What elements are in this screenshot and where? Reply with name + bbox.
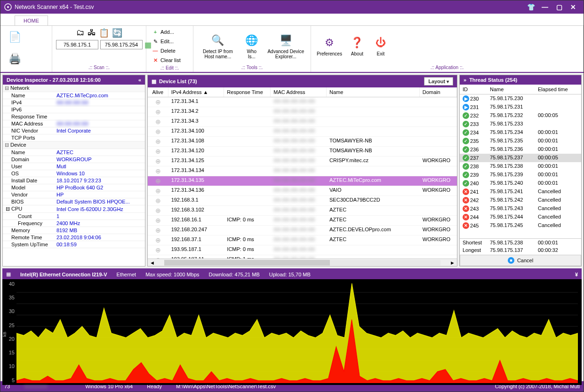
device-row[interactable]: ⊕ 172.31.34.100 XX-XX-XX-XX-XX xyxy=(148,127,457,137)
device-row[interactable]: ⊕ 172.31.34.2 XX-XX-XX-XX-XX xyxy=(148,107,457,117)
thread-row[interactable]: ✓232 75.98.175.232 00:00:05 xyxy=(460,111,581,120)
tab-bar: HOME xyxy=(0,14,584,26)
thread-row[interactable]: ✓234 75.98.175.234 00:00:01 xyxy=(460,128,581,137)
adv-explorer-button[interactable]: 🖥️Advanced Device Explorer... xyxy=(265,31,307,61)
device-row[interactable]: ⊕ 172.31.34.135 XX-XX-XX-XX-XX AZTEC.MiT… xyxy=(148,176,457,186)
main-content: Device Inspector - 27.03.2018 12:16:00 «… xyxy=(0,73,584,268)
shirt-icon[interactable]: 👕 xyxy=(524,2,537,12)
maximize-button[interactable]: ▢ xyxy=(552,2,566,12)
device-row[interactable]: ⊕ 172.31.34.3 XX-XX-XX-XX-XX xyxy=(148,117,457,127)
col-domain[interactable]: Domain xyxy=(420,87,457,97)
prop-key: User xyxy=(3,163,55,170)
device-row[interactable]: ⊕ 172.31.34.108 XX-XX-XX-XX-XX TOMSAWYER… xyxy=(148,137,457,147)
close-button[interactable]: ✕ xyxy=(567,2,580,12)
about-button[interactable]: ❓About xyxy=(347,33,368,58)
print-button[interactable]: 🖨️ xyxy=(4,49,25,68)
prop-key: Memory xyxy=(3,227,55,234)
col-name[interactable]: Name xyxy=(327,87,420,97)
col-thread-time[interactable]: Elapsed time xyxy=(535,85,573,94)
minimize-button[interactable]: — xyxy=(538,2,552,12)
device-row[interactable]: ⊕ 172.31.34.125 XX-XX-XX-XX-XX CRISPY.mi… xyxy=(148,157,457,166)
file-new-icon: 📄 xyxy=(7,30,22,45)
thread-list-body[interactable]: ▶230 75.98.175.230 ▶231 75.98.175.231 ✓2… xyxy=(460,94,581,238)
col-thread-name[interactable]: Name xyxy=(487,85,535,94)
col-mac[interactable]: MAC Address xyxy=(271,87,327,97)
globe-icon: ⊕ xyxy=(155,148,161,155)
scan-refresh-icon[interactable]: 🔄 xyxy=(112,28,122,38)
collapse-network-button[interactable]: ¥ xyxy=(575,272,578,277)
nic-download: Download: 475,21 MB xyxy=(209,272,260,277)
device-inspector-panel: Device Inspector - 27.03.2018 12:16:00 «… xyxy=(2,75,145,267)
device-row[interactable]: ⊕ 193.95.187.11 ICMP: 1 ms XX-XX-XX-XX-X… xyxy=(148,255,457,259)
ip-range-icon[interactable]: 🗂 xyxy=(76,28,85,38)
thread-row[interactable]: ✓238 75.98.175.238 00:00:01 xyxy=(460,162,581,171)
prop-value: AZTEC xyxy=(55,149,145,156)
col-alive[interactable]: Alive xyxy=(148,87,168,97)
device-row[interactable]: ⊕ 172.31.34.1 XX-XX-XX-XX-XX xyxy=(148,97,457,107)
group-network[interactable]: Network xyxy=(3,85,145,92)
scan-list-icon[interactable]: 📋 xyxy=(99,28,109,38)
title-bar: Network Scanner x64 - Test.csv 👕 — ▢ ✕ xyxy=(0,0,584,14)
preferences-button[interactable]: ⚙Preferences xyxy=(315,33,344,58)
globe-icon: ⊕ xyxy=(155,207,161,214)
group-device[interactable]: Device xyxy=(3,141,145,149)
prop-key: IPv4 xyxy=(3,99,55,106)
scan-net-icon[interactable]: 🖧 xyxy=(88,28,96,38)
thread-row[interactable]: ✓237 75.98.175.237 00:00:05 xyxy=(460,154,581,162)
prop-value: 18.10.2017 9:23:23 xyxy=(55,177,145,184)
thread-row[interactable]: ✕242 75.98.175.242 Cancelled xyxy=(460,196,581,204)
device-row[interactable]: ⊕ 192.168.20.247 XX-XX-XX-XX-XX AZTEC.DE… xyxy=(148,226,457,235)
thread-row[interactable]: ▶230 75.98.175.230 xyxy=(460,94,581,103)
thread-row[interactable]: ✓235 75.98.175.235 00:00:01 xyxy=(460,137,581,145)
device-row[interactable]: ⊕ 192.168.37.1 ICMP: 0 ms XX-XX-XX-XX-XX… xyxy=(148,235,457,245)
device-row[interactable]: ⊕ 192.168.3.1 XX-XX-XX-XX-XX SEC30CDA79B… xyxy=(148,196,457,206)
thread-row[interactable]: ✓239 75.98.175.239 00:00:01 xyxy=(460,171,581,179)
delete-button[interactable]: —Delete xyxy=(150,47,183,55)
edit-button[interactable]: ✎Edit... xyxy=(150,37,183,46)
collapse-inspector-button[interactable]: « xyxy=(138,77,141,83)
prop-value: 8192 MB xyxy=(55,227,145,234)
whois-button[interactable]: 🌐Who Is... xyxy=(241,31,262,61)
nic-upload: Upload: 15,70 MB xyxy=(269,272,311,277)
clear-list-button[interactable]: ✕Clear list xyxy=(150,56,183,64)
device-list-body[interactable]: ⊕ 172.31.34.1 XX-XX-XX-XX-XX ⊕ 172.31.34… xyxy=(148,97,457,259)
collapse-threads-button[interactable]: » xyxy=(464,77,466,83)
globe-icon: ⊕ xyxy=(155,118,161,125)
prop-value: 00:18:59 xyxy=(55,241,145,248)
layout-button[interactable]: Layout ▾ xyxy=(424,77,453,86)
ip-from-input[interactable] xyxy=(56,40,98,49)
detect-ip-button[interactable]: 🔍Detect IP from Host name... xyxy=(197,31,239,61)
thread-row[interactable]: ✕241 75.98.175.241 Cancelled xyxy=(460,188,581,196)
thread-row[interactable]: ✓233 75.98.175.233 xyxy=(460,120,581,128)
device-row[interactable]: ⊕ 172.31.34.136 XX-XX-XX-XX-XX VAIO WORK… xyxy=(148,186,457,196)
add-button[interactable]: +Add... xyxy=(150,28,183,36)
status-ok-icon: ✓ xyxy=(463,121,469,127)
device-row[interactable]: ⊕ 172.31.34.120 XX-XX-XX-XX-XX TOMSAWYER… xyxy=(148,147,457,157)
globe-icon: ⊕ xyxy=(155,108,161,116)
thread-row[interactable]: ▶231 75.98.175.231 xyxy=(460,103,581,111)
cancel-button[interactable]: ■ Cancel xyxy=(460,255,581,266)
new-file-button[interactable]: 📄 xyxy=(4,28,25,47)
exit-button[interactable]: ⏻Exit xyxy=(370,33,391,58)
thread-row[interactable]: ✕244 75.98.175.244 Cancelled xyxy=(460,213,581,221)
ip-to-input[interactable] xyxy=(100,40,143,49)
horizontal-scrollbar[interactable]: ◄► xyxy=(148,259,457,266)
window-title: Network Scanner x64 - Test.csv xyxy=(15,4,524,10)
prop-key: MAC Address xyxy=(3,120,55,127)
prop-key: Model xyxy=(3,184,55,191)
device-row[interactable]: ⊕ 192.168.16.1 ICMP: 0 ms XX-XX-XX-XX-XX… xyxy=(148,216,457,226)
thread-row[interactable]: ✓236 75.98.175.236 00:00:01 xyxy=(460,145,581,154)
minus-icon: — xyxy=(152,47,159,54)
thread-row[interactable]: ✓240 75.98.175.240 00:00:01 xyxy=(460,179,581,188)
col-ip[interactable]: IPv4 Address ▲ xyxy=(168,87,224,97)
device-row[interactable]: ⊕ 172.31.34.134 XX-XX-XX-XX-XX xyxy=(148,166,457,176)
col-resp[interactable]: Response Time xyxy=(224,87,271,97)
device-list-header: Alive IPv4 Address ▲ Response Time MAC A… xyxy=(148,87,457,97)
thread-row[interactable]: ✕245 75.98.175.245 Cancelled xyxy=(460,221,581,230)
thread-row[interactable]: ✕243 75.98.175.243 Cancelled xyxy=(460,204,581,213)
col-thread-id[interactable]: ID xyxy=(460,85,487,94)
tab-home[interactable]: HOME xyxy=(15,16,48,25)
prop-value xyxy=(55,106,145,113)
device-row[interactable]: ⊕ 193.95.187.1 ICMP: 0 ms XX-XX-XX-XX-XX xyxy=(148,245,457,255)
device-row[interactable]: ⊕ 192.168.3.102 XX-XX-XX-XX-XX AZTEC xyxy=(148,206,457,216)
